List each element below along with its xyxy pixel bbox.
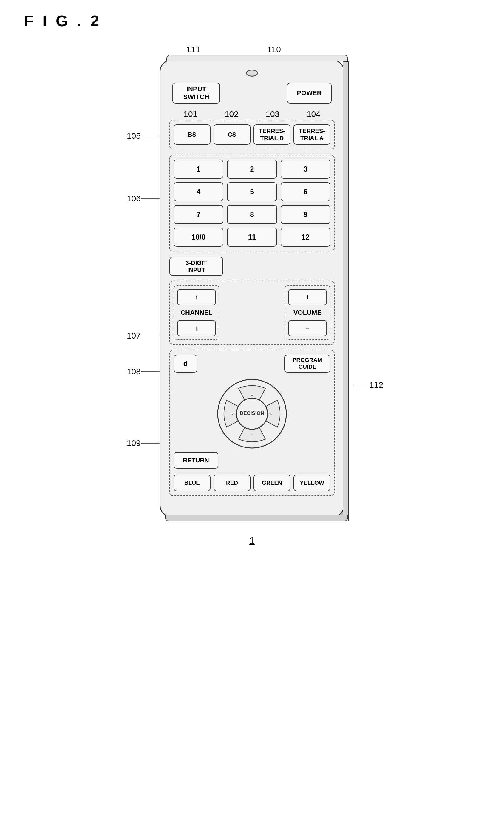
- group-106: 1 2 3 4 5: [169, 155, 335, 251]
- program-guide-button[interactable]: PROGRAM GUIDE: [284, 355, 330, 373]
- cs-button[interactable]: CS: [214, 124, 251, 145]
- volume-minus-button[interactable]: －: [288, 320, 327, 336]
- color-buttons-row: BLUE RED GREEN YELLOW: [174, 475, 330, 491]
- three-digit-input-button[interactable]: 3-DIGIT INPUT: [169, 257, 223, 276]
- ref-109-line: [141, 443, 160, 444]
- button-11[interactable]: 11: [227, 228, 277, 247]
- top-buttons-row: INPUT SWITCH POWER: [169, 83, 335, 104]
- group-107: 3-DIGIT INPUT: [169, 257, 335, 276]
- terrestrial-d-button[interactable]: TERRES- TRIAL D: [253, 124, 290, 145]
- volume-group-inner: + VOLUME －: [285, 285, 330, 340]
- page-container: F I G . 2 111 110: [0, 0, 504, 820]
- ref-106-label: 106: [127, 194, 141, 203]
- channel-down-button[interactable]: ↓: [177, 320, 216, 336]
- ref-108-label: 108: [127, 367, 141, 376]
- ref-103: 103: [265, 109, 279, 119]
- up-arrow-label: ↑: [251, 392, 254, 400]
- remote-top-3d: [166, 55, 348, 61]
- diagram-area: 111 110 INPUT SWITCH: [18, 36, 486, 546]
- ref-107-label: 107: [127, 331, 141, 341]
- remote-right-3d: [343, 61, 349, 521]
- d-button[interactable]: d: [174, 355, 197, 373]
- dpad-container: ↑ ↓ ← → DECISION: [174, 378, 330, 450]
- blue-button[interactable]: BLUE: [174, 475, 211, 491]
- ref-112-label: 112: [369, 380, 383, 390]
- ref-105-label: 105: [127, 131, 141, 141]
- ref-106-line: [141, 198, 160, 199]
- button-8[interactable]: 8: [227, 205, 277, 224]
- button-10[interactable]: 10/0: [174, 228, 223, 247]
- ref-105-line: [142, 136, 160, 136]
- ref-101: 101: [183, 109, 197, 119]
- ref-112-line: [353, 385, 370, 385]
- volume-plus-button[interactable]: +: [288, 289, 327, 305]
- return-button[interactable]: RETURN: [174, 452, 218, 469]
- group-109: d PROGRAM GUIDE: [169, 350, 335, 496]
- number-grid: 1 2 3 4 5: [174, 160, 330, 247]
- button-6[interactable]: 6: [281, 182, 330, 201]
- button-5[interactable]: 5: [227, 182, 277, 201]
- button-7[interactable]: 7: [174, 205, 223, 224]
- terrestrial-a-button[interactable]: TERRES- TRIAL A: [293, 124, 330, 145]
- button-3[interactable]: 3: [281, 160, 330, 179]
- ref-107-line: [141, 336, 160, 336]
- group-108: ↑ CHANNEL ↓ + VOLUME: [169, 281, 335, 345]
- ref-108-line: [141, 371, 160, 372]
- channel-label: CHANNEL: [180, 308, 213, 318]
- right-arrow-label: →: [267, 410, 273, 418]
- ref-104: 104: [307, 109, 321, 119]
- button-4[interactable]: 4: [174, 182, 223, 201]
- bottom-ref: 1: [118, 535, 386, 546]
- down-arrow-label: ↓: [251, 429, 254, 436]
- group-105: BS CS TERRES- TRIAL D TERRES- TRIAL A: [169, 120, 335, 149]
- ref-102: 102: [225, 109, 239, 119]
- input-switch-button[interactable]: INPUT SWITCH: [172, 83, 220, 104]
- ref-109-label: 109: [127, 438, 141, 448]
- channel-group-inner: ↑ CHANNEL ↓: [174, 285, 219, 340]
- button-2[interactable]: 2: [227, 160, 277, 179]
- channel-up-button[interactable]: ↑: [177, 289, 216, 305]
- remote-body: INPUT SWITCH POWER 101 102 103 104 B: [160, 60, 344, 517]
- yellow-button[interactable]: YELLOW: [293, 475, 330, 491]
- left-arrow-label: ←: [231, 410, 237, 418]
- power-button[interactable]: POWER: [287, 83, 332, 104]
- red-button[interactable]: RED: [214, 475, 251, 491]
- channel-volume-group: ↑ CHANNEL ↓ + VOLUME: [174, 285, 330, 340]
- green-button[interactable]: GREEN: [253, 475, 290, 491]
- remote-bottom-3d: [165, 515, 348, 521]
- bs-button[interactable]: BS: [174, 124, 211, 145]
- button-9[interactable]: 9: [281, 205, 330, 224]
- figure-label: F I G . 2: [24, 12, 101, 30]
- ref-110: 110: [267, 45, 281, 54]
- ref-111: 111: [186, 45, 200, 54]
- button-1[interactable]: 1: [174, 160, 223, 179]
- dpad: ↑ ↓ ← → DECISION: [216, 378, 288, 450]
- return-row: RETURN: [174, 452, 330, 469]
- button-12[interactable]: 12: [281, 228, 330, 247]
- decision-label: DECISION: [240, 410, 264, 416]
- ir-emitter: [246, 70, 258, 77]
- nav-top-row: d PROGRAM GUIDE: [174, 355, 330, 373]
- volume-label: VOLUME: [293, 308, 321, 318]
